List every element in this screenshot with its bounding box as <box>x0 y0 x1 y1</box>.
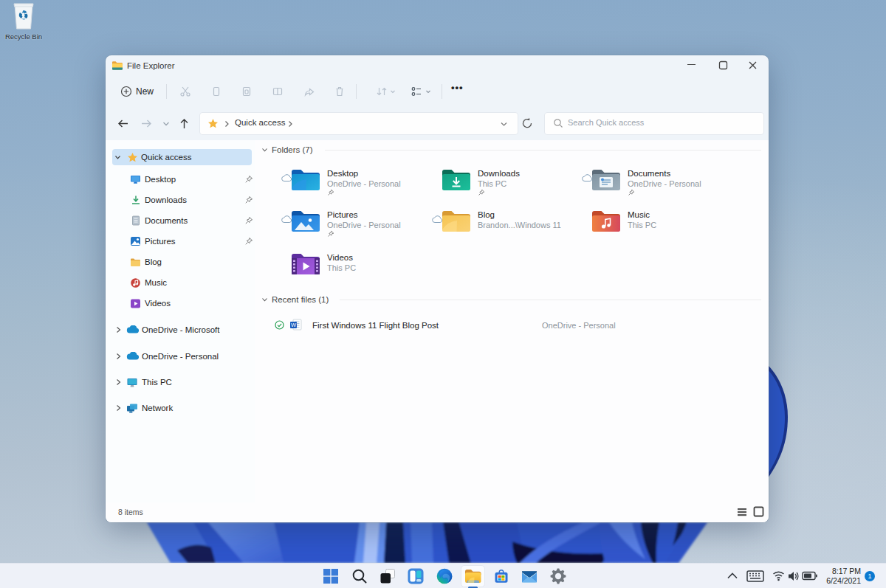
svg-text:W: W <box>291 322 297 328</box>
